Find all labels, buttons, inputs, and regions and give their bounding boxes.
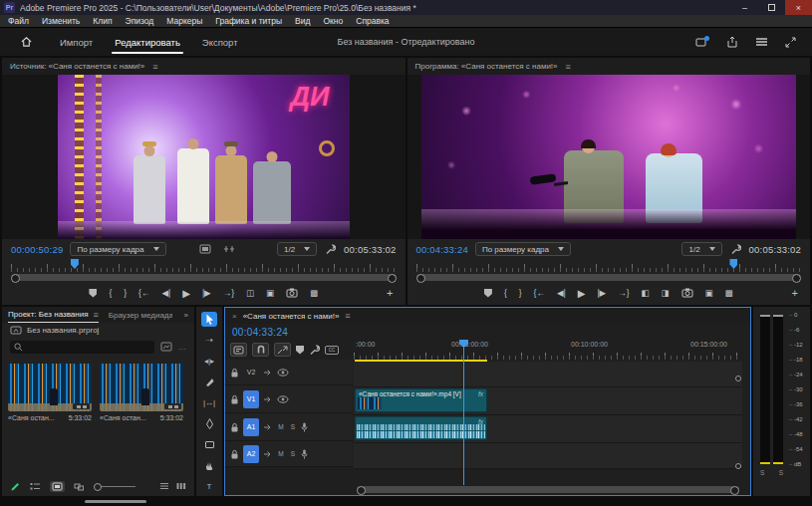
go-to-in-icon[interactable]: {←: [534, 288, 545, 298]
go-to-out-icon[interactable]: →}: [618, 288, 629, 298]
program-panel-menu-icon[interactable]: ≡: [566, 62, 571, 72]
timeline-panel-menu-icon[interactable]: ≡: [345, 311, 350, 321]
timeline-settings-icon[interactable]: [309, 345, 320, 356]
bottom-scrollbar[interactable]: [85, 500, 146, 503]
timeline-playhead-line[interactable]: [463, 346, 464, 485]
track-target-a1[interactable]: A1: [243, 418, 259, 436]
list-view-icon[interactable]: [30, 482, 41, 491]
tab-import[interactable]: Импорт: [49, 28, 104, 56]
step-back-icon[interactable]: ◀|: [161, 288, 170, 298]
source-panel-menu-icon[interactable]: ≡: [152, 62, 157, 72]
solo-button[interactable]: S: [289, 423, 297, 430]
play-icon[interactable]: ▶: [578, 288, 586, 299]
button-editor-icon[interactable]: +: [387, 287, 393, 299]
insert-icon[interactable]: ◫: [246, 288, 254, 298]
freeform-view-icon[interactable]: [74, 482, 85, 491]
source-zoom-scrollbar[interactable]: [11, 274, 397, 281]
clip-thumbnail[interactable]: [8, 364, 92, 411]
captions-icon[interactable]: CC: [325, 346, 339, 355]
program-zoom-select[interactable]: По размеру кадра: [475, 242, 571, 256]
compare-view-icon[interactable]: ▣: [705, 288, 713, 298]
project-writable-icon[interactable]: [10, 481, 21, 492]
timeline-horizontal-scrollbar[interactable]: [357, 486, 739, 493]
audio-clip[interactable]: fx: [355, 416, 487, 440]
quick-export-icon[interactable]: [695, 36, 709, 48]
selection-tool[interactable]: [201, 312, 217, 327]
menu-graphics[interactable]: Графика и титры: [215, 16, 282, 26]
mark-in-icon[interactable]: {: [109, 288, 112, 298]
export-frame-icon[interactable]: [286, 288, 298, 298]
meter-solo-left[interactable]: S: [760, 469, 764, 476]
go-to-in-icon[interactable]: {←: [138, 288, 149, 298]
vertical-scroll-knob[interactable]: [735, 463, 741, 469]
source-playhead[interactable]: [71, 259, 79, 269]
export-frame-icon[interactable]: [681, 288, 693, 298]
home-icon[interactable]: [20, 36, 33, 48]
tab-overflow-icon[interactable]: »: [184, 311, 188, 320]
menu-file[interactable]: Файл: [8, 16, 29, 26]
lane-v1[interactable]: «Саня останется с нами!».mp4 [V] fx: [354, 387, 742, 415]
menu-window[interactable]: Окно: [323, 16, 343, 26]
add-marker-icon[interactable]: [484, 289, 492, 298]
clip-item[interactable]: «Саня остан... 5:33:02: [100, 364, 183, 421]
sort-icon[interactable]: [159, 482, 169, 490]
razor-tool[interactable]: [201, 375, 217, 389]
add-marker-icon[interactable]: [89, 289, 97, 298]
fullscreen-icon[interactable]: [785, 37, 796, 48]
search-input[interactable]: [10, 341, 154, 354]
lane-a1[interactable]: fx: [354, 415, 742, 443]
menu-help[interactable]: Справка: [356, 16, 389, 26]
pen-tool[interactable]: [201, 416, 217, 431]
menu-sequence[interactable]: Эпизод: [126, 16, 154, 26]
clip-item[interactable]: «Саня остан... 5:33:02: [8, 364, 92, 421]
track-target-v2[interactable]: V2: [243, 364, 259, 381]
minimize-button[interactable]: –: [731, 0, 758, 15]
rectangle-tool[interactable]: [201, 437, 217, 452]
program-zoom-scrollbar[interactable]: [416, 274, 802, 281]
step-forward-icon[interactable]: |▶: [597, 288, 606, 298]
automate-to-sequence-icon[interactable]: [176, 482, 186, 490]
program-current-timecode[interactable]: 00:04:33:24: [416, 244, 468, 255]
maximize-button[interactable]: [758, 0, 785, 15]
lift-icon[interactable]: ◧: [641, 288, 649, 298]
tab-edit[interactable]: Редактировать: [104, 28, 191, 56]
close-sequence-icon[interactable]: ×: [232, 312, 237, 321]
program-mini-timeline[interactable]: [416, 259, 802, 272]
track-select-forward-tool[interactable]: ⇢: [201, 333, 217, 348]
menu-edit[interactable]: Изменить: [42, 16, 80, 26]
add-marker-icon[interactable]: [296, 346, 304, 355]
clip-thumbnail[interactable]: [100, 364, 183, 411]
timeline-ruler[interactable]: :00:00 00:05:00:00 00:10:00:00 00:15:00:…: [354, 340, 742, 360]
wrench-icon[interactable]: [730, 244, 741, 255]
wrench-icon[interactable]: [325, 244, 336, 255]
track-header-a2[interactable]: A2 M S: [225, 441, 353, 467]
track-target-a2[interactable]: A2: [243, 445, 259, 463]
source-resolution-select[interactable]: 1/2: [277, 242, 317, 256]
mark-out-icon[interactable]: }: [519, 288, 522, 298]
multicam-icon[interactable]: ▩: [310, 288, 318, 298]
workspaces-icon[interactable]: [755, 37, 768, 47]
tab-project[interactable]: Проект: Без названия ≡: [8, 307, 99, 323]
vertical-scroll-knob[interactable]: [735, 376, 741, 381]
track-header-a1[interactable]: A1 M S: [225, 413, 353, 441]
program-video-frame[interactable]: [421, 75, 796, 239]
icon-view-icon[interactable]: [50, 481, 65, 492]
hand-tool[interactable]: [201, 458, 217, 473]
type-tool[interactable]: T: [201, 479, 217, 494]
mark-out-icon[interactable]: }: [124, 288, 127, 298]
snap-icon[interactable]: [252, 343, 269, 357]
share-icon[interactable]: [726, 36, 738, 48]
linked-selection-icon[interactable]: [274, 343, 291, 357]
menu-markers[interactable]: Маркеры: [166, 16, 202, 26]
slip-tool[interactable]: |↔|: [201, 395, 217, 410]
menu-view[interactable]: Вид: [295, 16, 310, 26]
go-to-out-icon[interactable]: →}: [223, 288, 234, 298]
button-editor-icon[interactable]: +: [792, 287, 798, 299]
program-playhead[interactable]: [729, 259, 737, 269]
source-mini-timeline[interactable]: [11, 259, 397, 272]
project-panel-menu-icon[interactable]: ≡: [93, 310, 98, 320]
ripple-edit-tool[interactable]: ◂|▸: [201, 354, 217, 369]
track-header-v1[interactable]: V1: [225, 385, 353, 413]
mute-button[interactable]: M: [277, 423, 285, 430]
step-back-icon[interactable]: ◀|: [557, 288, 566, 298]
